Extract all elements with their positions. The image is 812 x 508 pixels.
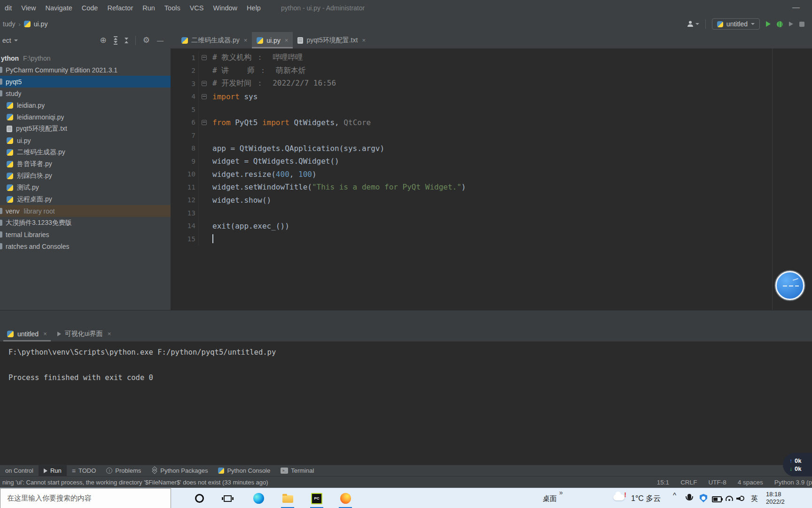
- settings-gear-icon[interactable]: ⚙: [143, 36, 150, 44]
- tree-item[interactable]: ythonF:\python: [0, 52, 171, 64]
- line-number[interactable]: 9: [171, 158, 198, 165]
- tree-item[interactable]: pyqt5环境配置.txt: [0, 123, 171, 135]
- gutter-fold[interactable]: [198, 116, 209, 129]
- security-shield-icon[interactable]: [700, 494, 707, 502]
- wifi-icon[interactable]: [725, 494, 734, 501]
- line-number[interactable]: 12: [171, 196, 198, 204]
- close-icon[interactable]: ×: [285, 37, 289, 44]
- desktop-toolbar-label[interactable]: 桌面: [543, 488, 557, 508]
- collapse-all-icon[interactable]: [125, 38, 128, 43]
- menu-item[interactable]: Navigate: [41, 0, 77, 16]
- breadcrumb-file[interactable]: ui.py: [34, 20, 48, 28]
- cortana-button[interactable]: [193, 488, 206, 508]
- tree-item[interactable]: 远程桌面.py: [0, 193, 171, 205]
- code-line[interactable]: 11widget.setWindowTitle("This is a demo …: [171, 181, 812, 194]
- menu-item[interactable]: Refactor: [102, 0, 138, 16]
- line-number[interactable]: 2: [171, 67, 198, 74]
- battery-icon[interactable]: [712, 496, 722, 502]
- line-number[interactable]: 11: [171, 183, 198, 191]
- weather-widget[interactable]: 1°C 多云: [631, 488, 661, 508]
- code-line[interactable]: 9widget = QtWidgets.QWidget(): [171, 155, 812, 168]
- code-line[interactable]: 4import sys: [171, 90, 812, 103]
- code-line[interactable]: 8app = QtWidgets.QApplication(sys.argv): [171, 142, 812, 155]
- code-line[interactable]: 2# 讲 师 ： 萌新本炘: [171, 64, 812, 78]
- line-number[interactable]: 1: [171, 54, 198, 62]
- tree-item[interactable]: ui.py: [0, 135, 171, 146]
- line-number[interactable]: 3: [171, 80, 198, 87]
- overflow-chevron-icon[interactable]: »: [559, 489, 563, 496]
- editor-tab[interactable]: 二维码生成器.py×: [177, 32, 252, 48]
- tree-item[interactable]: venvlibrary root: [0, 205, 171, 217]
- run-button[interactable]: [766, 21, 771, 27]
- code-line[interactable]: 6from PyQt5 import QtWidgets, QtCore: [171, 116, 812, 129]
- edge-button[interactable]: [252, 488, 265, 508]
- tree-item[interactable]: study: [0, 87, 171, 99]
- hide-panel-icon[interactable]: —: [157, 37, 164, 44]
- code-line[interactable]: 13: [171, 206, 812, 220]
- breadcrumb-folder[interactable]: tudy: [3, 20, 15, 28]
- taskbar-clock[interactable]: 18:18 2022/2: [766, 491, 812, 506]
- editor[interactable]: 1# 教义机构 ： 哔哩哔哩2# 讲 师 ： 萌新本炘3# 开发时间 ： 202…: [171, 48, 812, 310]
- toolwindow-button[interactable]: Python Packages: [146, 465, 213, 476]
- toolwindow-button[interactable]: ≡TODO: [67, 465, 102, 476]
- tree-item[interactable]: leidian.py: [0, 99, 171, 111]
- pycharm-button[interactable]: PC: [310, 488, 323, 508]
- toolwindow-button[interactable]: >_Terminal: [275, 465, 319, 476]
- network-monitor[interactable]: ↑ 0k ↓ 0k: [783, 453, 812, 476]
- tree-item[interactable]: 测试.py: [0, 182, 171, 193]
- file-explorer-button[interactable]: [281, 488, 294, 508]
- locate-file-icon[interactable]: ⊕: [100, 36, 107, 44]
- code-line[interactable]: 10widget.resize(400, 100): [171, 168, 812, 181]
- gutter-fold[interactable]: [198, 90, 209, 103]
- status-item[interactable]: 15:1: [657, 479, 669, 486]
- floating-assistant-button[interactable]: [775, 271, 804, 300]
- tree-item[interactable]: PyCharm Community Edition 2021.3.1: [0, 64, 171, 76]
- status-message[interactable]: ning 'ui': Cannot start process, the wor…: [0, 479, 268, 486]
- menu-item[interactable]: Code: [77, 0, 103, 16]
- editor-tab[interactable]: ui.py×: [252, 32, 293, 48]
- close-icon[interactable]: ×: [362, 37, 366, 44]
- tree-item[interactable]: 兽音译者.py: [0, 158, 171, 170]
- run-tab[interactable]: 可视化ui界面×: [52, 326, 117, 341]
- run-tab[interactable]: untitled×: [2, 326, 52, 341]
- line-number[interactable]: 5: [171, 106, 198, 113]
- stop-button[interactable]: [799, 22, 804, 27]
- code-line[interactable]: 3# 开发时间 ： 2022/2/7 16:56: [171, 77, 812, 90]
- microphone-icon[interactable]: [687, 494, 691, 500]
- close-icon[interactable]: ×: [108, 330, 111, 337]
- editor-tab[interactable]: pyqt5环境配置.txt×: [293, 32, 370, 48]
- line-number[interactable]: 8: [171, 144, 198, 152]
- gutter-fold[interactable]: [198, 77, 209, 90]
- menu-item[interactable]: VCS: [185, 0, 209, 16]
- line-number[interactable]: 4: [171, 93, 198, 100]
- taskbar-search-input[interactable]: 在这里输入你要搜索的内容: [0, 488, 171, 508]
- line-number[interactable]: 14: [171, 222, 198, 230]
- menu-item[interactable]: Help: [242, 0, 265, 16]
- menu-item[interactable]: View: [16, 0, 40, 16]
- code-line[interactable]: 14exit(app.exec_()): [171, 220, 812, 233]
- code-line[interactable]: 5: [171, 103, 812, 116]
- toolwindow-button[interactable]: Run: [39, 465, 67, 476]
- hidden-icons-chevron[interactable]: ^: [673, 491, 676, 499]
- close-icon[interactable]: ×: [43, 330, 47, 337]
- code-line[interactable]: 12widget.show(): [171, 194, 812, 207]
- menu-item[interactable]: dit: [0, 0, 16, 16]
- tree-item[interactable]: leidianmoniqi.py: [0, 111, 171, 123]
- line-number[interactable]: 6: [171, 119, 198, 126]
- tree-item[interactable]: 二维码生成器.py: [0, 146, 171, 158]
- tree-item[interactable]: ternal Libraries: [0, 229, 171, 240]
- code-line[interactable]: 1# 教义机构 ： 哔哩哔哩: [171, 51, 812, 64]
- close-icon[interactable]: ×: [244, 37, 248, 44]
- toolwindow-button[interactable]: Python Console: [213, 465, 275, 476]
- user-profile-button[interactable]: [687, 20, 699, 28]
- run-configuration-select[interactable]: untitled: [712, 18, 760, 30]
- expand-all-icon[interactable]: [114, 36, 117, 45]
- toolwindow-button[interactable]: on Control: [0, 465, 39, 476]
- toolwindow-button[interactable]: !Problems: [101, 465, 146, 476]
- menu-item[interactable]: Run: [138, 0, 160, 16]
- tree-item[interactable]: 别踩白块.py: [0, 170, 171, 182]
- tree-item[interactable]: 大漠插件3.1233免费版: [0, 217, 171, 229]
- minimize-button[interactable]: —: [792, 0, 800, 15]
- tree-item[interactable]: ratches and Consoles: [0, 240, 171, 252]
- line-number[interactable]: 10: [171, 170, 198, 178]
